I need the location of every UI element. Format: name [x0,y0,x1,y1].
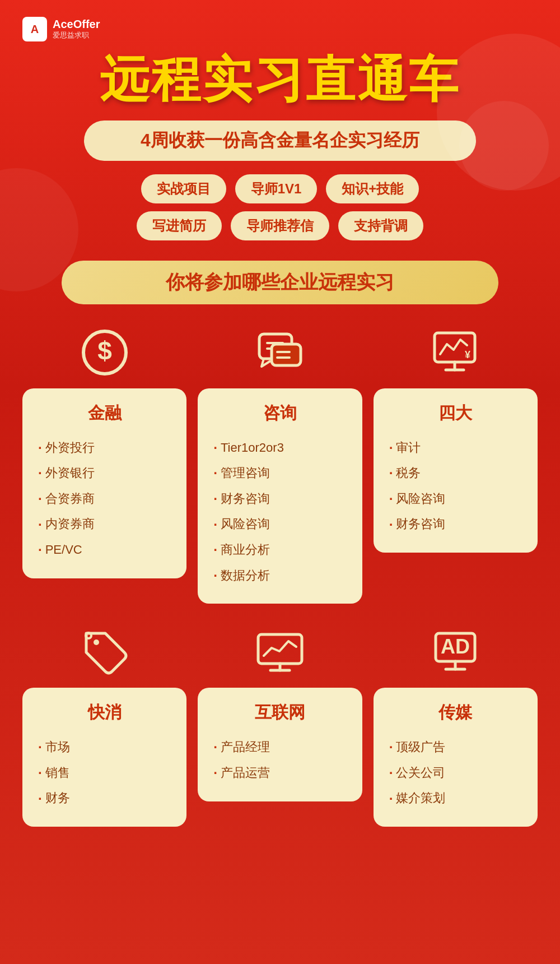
card-col-media: AD 传媒 顶级广告 公关公司 媒介策划 [374,624,538,827]
tag-2: 知识+技能 [326,174,419,203]
card-item: 审计 [389,435,522,461]
card-title-fmcg: 快消 [38,701,171,724]
card-item: PE/VC [38,537,171,563]
chart-screen-icon [252,624,308,680]
card-item: 产品运营 [213,760,346,786]
card-item: 顶级广告 [389,734,522,760]
card-item: 财务咨询 [213,486,346,512]
card-item: 外资银行 [38,460,171,486]
page-wrapper: A AceOffer 爱思益求职 远程实习直通车 4周收获一份高含金量名企实习经… [0,0,560,964]
svg-rect-5 [272,344,301,365]
card-item: 管理咨询 [213,460,346,486]
ad-icon: AD [427,624,483,680]
svg-text:¥: ¥ [465,349,470,360]
tag-1: 导师1V1 [235,174,318,203]
card-item: 风险咨询 [389,486,522,512]
subtitle-text: 4周收获一份高含金量名企实习经历 [141,130,419,150]
logo-icon: A [22,17,47,41]
hero-title: 远程实习直通车 [22,53,538,107]
tag-0: 实战项目 [141,174,226,203]
card-col-consulting: 咨询 Tier1or2or3 管理咨询 财务咨询 风险咨询 商业分析 数据分析 [198,325,362,604]
card-title-internet: 互联网 [213,701,346,724]
chat-icon [252,325,308,381]
card-col-fmcg: 快消 市场 销售 财务 [22,624,186,827]
card-box-finance: 金融 外资投行 外资银行 合资券商 内资券商 PE/VC [22,388,186,578]
logo-en: AceOffer [53,18,100,30]
card-title-big4: 四大 [389,402,522,425]
card-item: 合资券商 [38,486,171,512]
logo-text-group: AceOffer 爱思益求职 [53,18,100,40]
subtitle-pill: 4周收获一份高含金量名企实习经历 [84,121,476,161]
card-item: 财务咨询 [389,512,522,537]
svg-point-12 [94,639,99,645]
card-col-big4: ¥ 四大 审计 税务 风险咨询 财务咨询 [374,325,538,604]
card-box-media: 传媒 顶级广告 公关公司 媒介策划 [374,688,538,827]
card-box-fmcg: 快消 市场 销售 财务 [22,688,186,827]
tags-row-1: 实战项目 导师1V1 知识+技能 [141,174,419,203]
tags-container: 实战项目 导师1V1 知识+技能 写进简历 导师推荐信 支持背调 [22,174,538,240]
top-cards-grid: $ 金融 外资投行 外资银行 合资券商 内资券商 PE/VC [22,325,538,604]
section-header: 你将参加哪些企业远程实习 [62,261,498,304]
tag-5: 支持背调 [338,211,423,240]
card-item: 市场 [38,734,171,760]
chart-yen-icon: ¥ [427,325,483,381]
card-box-internet: 互联网 产品经理 产品运营 [198,688,362,801]
card-col-finance: $ 金融 外资投行 外资银行 合资券商 内资券商 PE/VC [22,325,186,604]
tag-4: 导师推荐信 [231,211,329,240]
card-item: 媒介策划 [389,786,522,812]
card-item: 外资投行 [38,435,171,461]
card-box-consulting: 咨询 Tier1or2or3 管理咨询 财务咨询 风险咨询 商业分析 数据分析 [198,388,362,604]
svg-text:$: $ [97,336,112,365]
card-item: 内资券商 [38,512,171,537]
dollar-icon: $ [77,325,133,381]
card-item: 风险咨询 [213,512,346,537]
section-header-text: 你将参加哪些企业远程实习 [166,271,394,293]
card-col-internet: 互联网 产品经理 产品运营 [198,624,362,827]
card-item: 商业分析 [213,537,346,563]
bottom-cards-grid: 快消 市场 销售 财务 互联网 产品经理 [22,624,538,827]
card-title-finance: 金融 [38,402,171,425]
tag-icon [77,624,133,680]
logo-zh: 爱思益求职 [53,30,100,40]
card-item: 产品经理 [213,734,346,760]
tag-3: 写进简历 [137,211,222,240]
logo-area: A AceOffer 爱思益求职 [22,17,538,41]
card-title-media: 传媒 [389,701,522,724]
tags-row-2: 写进简历 导师推荐信 支持背调 [137,211,423,240]
svg-text:AD: AD [441,635,470,658]
card-title-consulting: 咨询 [213,402,346,425]
card-item: Tier1or2or3 [213,435,346,461]
card-item: 税务 [389,460,522,486]
card-box-big4: 四大 审计 税务 风险咨询 财务咨询 [374,388,538,553]
card-item: 公关公司 [389,760,522,786]
svg-point-13 [86,633,91,638]
card-item: 数据分析 [213,563,346,588]
card-item: 销售 [38,760,171,786]
card-item: 财务 [38,786,171,812]
